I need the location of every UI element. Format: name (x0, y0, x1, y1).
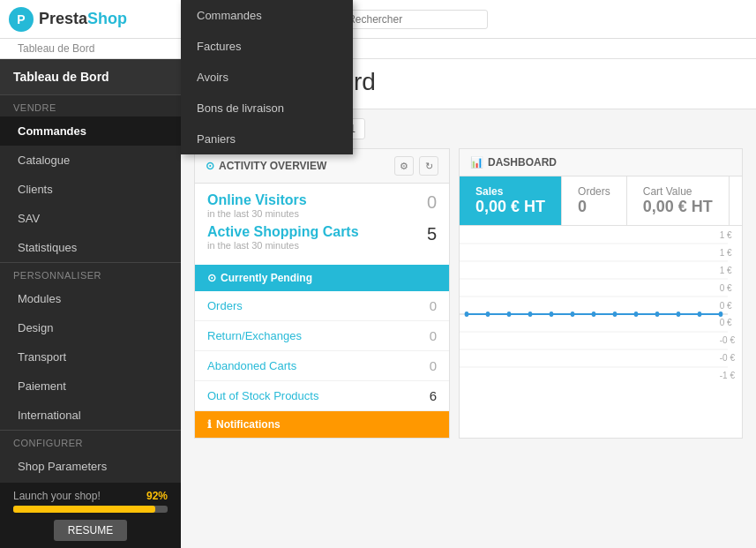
chart-y-9: -1 € (720, 371, 735, 380)
sidebar-item-paiement[interactable]: Paiement (0, 372, 181, 401)
activity-body: Online Visitors in the last 30 minutes 0… (195, 184, 449, 265)
sidebar-item-international[interactable]: International (0, 401, 181, 430)
pending-returns-value: 0 (430, 328, 437, 343)
launch-label: Launch your shop! 92% (13, 490, 168, 502)
launch-text: Launch your shop! (13, 490, 101, 502)
pending-stock-link[interactable]: Out of Stock Products (207, 389, 318, 402)
logo-presta: Presta (39, 10, 87, 27)
progress-bar-fill (13, 506, 155, 513)
tab-orders[interactable]: Orders 0 (562, 176, 627, 225)
sidebar-item-transport[interactable]: Transport (0, 342, 181, 372)
progress-bar (13, 506, 168, 513)
svg-point-9 (486, 312, 490, 317)
active-carts-stat: Active Shopping Carts in the last 30 min… (207, 224, 437, 251)
svg-point-10 (507, 312, 512, 317)
notifications-header: ℹ Notifications (195, 411, 449, 438)
chart-y-5: 0 € (720, 301, 735, 311)
svg-point-11 (528, 312, 533, 317)
logo: P PrestaShop (9, 7, 185, 32)
sidebar-section-personnaliser: PERSONNALISER (0, 262, 181, 284)
topbar: P PrestaShop Accès rapide ▾ 🔍 ▾ (0, 0, 756, 39)
active-carts-sub: in the last 30 minutes (207, 240, 359, 251)
sidebar-item-shop-parameters[interactable]: Shop Parameters (0, 452, 181, 481)
notifications-icon: ℹ (207, 418, 212, 431)
sidebar-section-vendre: VENDRE (0, 94, 181, 116)
sales-value: 0,00 € HT (475, 198, 545, 216)
widgets-row: ⊙ ACTIVITY OVERVIEW ⚙ ↻ Online Visitors … (181, 148, 756, 439)
tab-sales[interactable]: Sales 0,00 € HT (460, 176, 562, 225)
pending-carts-link[interactable]: Abandoned Carts (207, 359, 296, 372)
activity-widget-title: ⊙ ACTIVITY OVERVIEW (206, 160, 326, 172)
chart-y-4: 0 € (720, 283, 735, 293)
sidebar-section-configurer: CONFIGURER (0, 430, 181, 452)
pending-returns-link[interactable]: Return/Exchanges (207, 329, 302, 342)
dashboard-chart-icon: 📊 (470, 156, 483, 169)
svg-point-12 (550, 312, 554, 317)
main-layout: Tableau de Bord VENDRE Commandes Catalog… (0, 59, 756, 548)
cart-value-value: 0,00 € HT (643, 198, 713, 216)
pending-row-returns: Return/Exchanges 0 (195, 321, 449, 351)
pending-orders-link[interactable]: Orders (207, 299, 243, 312)
tab-cart-value[interactable]: Cart Value 0,00 € HT (627, 176, 730, 225)
dashboard-widget: 📊 DASHBOARD Sales 0,00 € HT Orders 0 Car… (459, 148, 743, 439)
sidebar-item-commandes[interactable]: Commandes (0, 116, 181, 146)
pending-header: ⊙ Currently Pending (195, 265, 449, 291)
sidebar-item-modules[interactable]: Modules (0, 284, 181, 313)
settings-btn[interactable]: ⚙ (394, 156, 414, 176)
dashboard-tabs: Sales 0,00 € HT Orders 0 Cart Value 0,00… (460, 176, 742, 226)
chart-svg (460, 226, 742, 385)
chart-y-1: 1 € (720, 230, 735, 240)
svg-point-17 (655, 312, 660, 317)
active-carts-value: 5 (427, 224, 437, 244)
pending-orders-value: 0 (430, 298, 437, 313)
pending-stock-value: 6 (430, 388, 437, 403)
logo-text: PrestaShop (39, 10, 127, 28)
svg-point-19 (698, 312, 702, 317)
pending-row-orders: Orders 0 (195, 291, 449, 321)
chart-y-7: -0 € (720, 335, 735, 345)
resume-button[interactable]: RESUME (54, 520, 127, 541)
online-visitors-value: 0 (427, 192, 437, 213)
dashboard-widget-header: 📊 DASHBOARD (460, 149, 742, 176)
activity-widget-actions: ⚙ ↻ (394, 156, 438, 176)
sidebar-item-statistiques[interactable]: Statistiques (0, 233, 181, 262)
sidebar-item-design[interactable]: Design (0, 313, 181, 342)
sidebar-item-catalogue[interactable]: Catalogue (0, 146, 181, 175)
dropdown-item-paniers[interactable]: Paniers (181, 124, 353, 154)
search-box[interactable] (340, 10, 488, 29)
dropdown-item-avoirs[interactable]: Avoirs (181, 62, 353, 93)
active-carts-label: Active Shopping Carts (207, 224, 359, 240)
sidebar-item-clients[interactable]: Clients (0, 175, 181, 204)
search-input[interactable] (348, 13, 480, 26)
dropdown-item-bons-livraison[interactable]: Bons de livraison (181, 93, 353, 124)
activity-icon: ⊙ (206, 160, 214, 172)
chart-y-labels: 1 € 1 € 1 € 0 € 0 € 0 € -0 € -0 € -1 € (720, 226, 735, 385)
online-visitors-stat: Online Visitors in the last 30 minutes 0 (207, 192, 437, 219)
chart-y-2: 1 € (720, 248, 735, 258)
chart-y-6: 0 € (720, 318, 735, 327)
dashboard-chart: 1 € 1 € 1 € 0 € 0 € 0 € -0 € -0 € -1 € (460, 226, 742, 385)
sidebar: Tableau de Bord VENDRE Commandes Catalog… (0, 59, 181, 548)
svg-point-16 (634, 312, 639, 317)
sidebar-bottom: Launch your shop! 92% RESUME (0, 483, 181, 548)
refresh-btn[interactable]: ↻ (419, 156, 438, 176)
logo-shop: Shop (87, 10, 127, 27)
svg-point-8 (465, 312, 469, 317)
svg-point-14 (592, 312, 596, 317)
chart-y-3: 1 € (720, 266, 735, 275)
svg-point-18 (677, 312, 681, 317)
sidebar-item-sav[interactable]: SAV (0, 204, 181, 233)
pending-carts-value: 0 (430, 358, 437, 373)
sidebar-header[interactable]: Tableau de Bord (0, 59, 181, 94)
activity-widget: ⊙ ACTIVITY OVERVIEW ⚙ ↻ Online Visitors … (194, 148, 450, 439)
pending-row-stock: Out of Stock Products 6 (195, 381, 449, 411)
orders-value: 0 (578, 198, 610, 216)
logo-icon: P (9, 7, 34, 32)
svg-point-13 (571, 312, 575, 317)
dropdown-menu: Commandes Factures Avoirs Bons de livrai… (181, 59, 353, 154)
svg-point-15 (613, 312, 618, 317)
online-visitors-label: Online Visitors (207, 192, 307, 208)
online-visitors-sub: in the last 30 minutes (207, 208, 307, 219)
dashboard-widget-title: 📊 DASHBOARD (470, 156, 557, 169)
chart-y-8: -0 € (720, 353, 735, 363)
